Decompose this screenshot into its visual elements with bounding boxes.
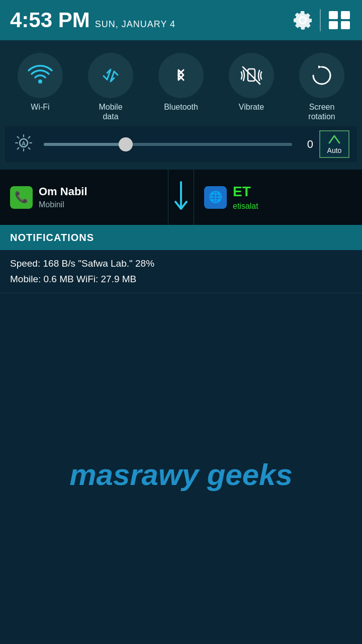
wifi-label: Wi-Fi (31, 102, 49, 112)
network-stats: Speed: 168 B/s "Safwa Lab." 28% Mobile: … (0, 250, 362, 293)
mobile-data-label: Mobiledata (99, 102, 122, 121)
stats-line2: Mobile: 0.6 MB WiFi: 27.9 MB (10, 272, 352, 287)
svg-text:A: A (22, 140, 26, 146)
sim2-icon: 🌐 (204, 186, 227, 209)
stats-line1: Speed: 168 B/s "Safwa Lab." 28% (10, 256, 352, 271)
watermark-text: masrawy geeks (69, 457, 293, 492)
bluetooth-label: Bluetooth (164, 102, 198, 112)
brightness-row: A 0 Auto (5, 126, 357, 162)
mobile-data-toggle[interactable]: Mobiledata (80, 53, 141, 121)
brightness-slider[interactable] (44, 143, 292, 146)
svg-rect-1 (341, 11, 350, 19)
sim2-name: ET (233, 184, 258, 200)
grid-icon[interactable] (327, 9, 352, 31)
sim1-carrier: Mobinil (39, 200, 87, 209)
svg-rect-0 (329, 11, 338, 19)
screen-rotation-label: Screenrotation (308, 102, 335, 121)
sim-arrow (168, 170, 194, 225)
sim1-icon: 📞 (10, 186, 33, 209)
brightness-icon: A (13, 132, 38, 157)
notifications-title: NOTIFICATIONS (10, 232, 94, 244)
vibrate-toggle[interactable]: Vibrate (221, 53, 282, 112)
sim1-card[interactable]: 📞 Om Nabil Mobinil (0, 170, 168, 225)
auto-label: Auto (327, 146, 342, 154)
settings-icon[interactable] (292, 9, 314, 31)
vibrate-label: Vibrate (239, 102, 264, 112)
wifi-toggle[interactable]: Wi-Fi (10, 53, 70, 112)
main-content: masrawy geeks (0, 293, 362, 644)
sim2-card[interactable]: 🌐 ET etisalat (194, 170, 362, 225)
date-display: SUN, JANUARY 4 (95, 19, 175, 30)
sim2-carrier: etisalat (233, 202, 258, 211)
divider (320, 9, 321, 31)
brightness-value: 0 (298, 138, 313, 151)
svg-rect-2 (329, 21, 338, 29)
time-display: 4:53 PM (10, 8, 90, 32)
status-bar: 4:53 PM SUN, JANUARY 4 (0, 0, 362, 40)
sim-row: 📞 Om Nabil Mobinil 🌐 ET etisalat (0, 170, 362, 225)
auto-brightness-button[interactable]: Auto (319, 130, 349, 158)
screen-rotation-toggle[interactable]: Screenrotation (292, 53, 352, 121)
svg-rect-3 (341, 21, 350, 29)
sim1-name: Om Nabil (39, 185, 87, 198)
quick-icons-row: Wi-Fi Mobiledata (5, 50, 357, 126)
quick-settings-panel: Wi-Fi Mobiledata (0, 40, 362, 170)
bluetooth-toggle[interactable]: Bluetooth (151, 53, 211, 112)
notifications-header: NOTIFICATIONS (0, 225, 362, 250)
